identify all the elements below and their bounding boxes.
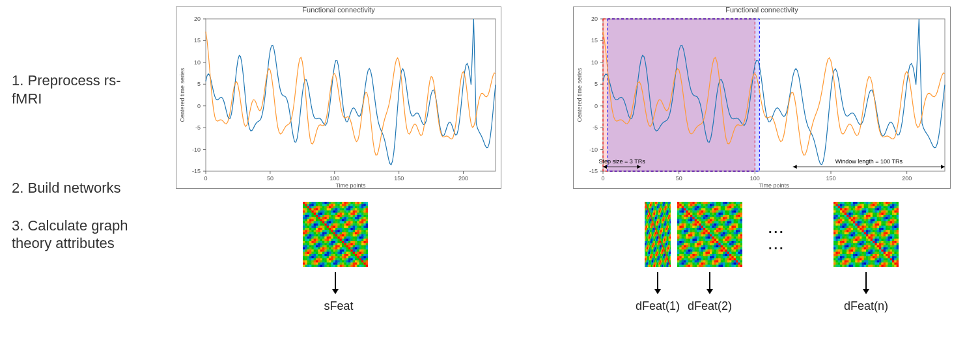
svg-rect-2560: [682, 252, 684, 255]
svg-rect-2480: [703, 245, 706, 248]
svg-rect-2898: [855, 210, 858, 213]
svg-rect-3066: [894, 221, 897, 224]
svg-rect-3054: [868, 221, 871, 224]
svg-rect-3335: [892, 241, 895, 243]
dfeatn-label: dFeat(n): [840, 299, 892, 313]
svg-rect-491: [309, 232, 312, 235]
svg-rect-219: [305, 213, 307, 215]
svg-rect-288: [324, 217, 327, 219]
svg-rect-3512: [886, 254, 888, 256]
svg-rect-200: [329, 210, 331, 213]
svg-rect-3311: [840, 241, 843, 243]
svg-rect-3258: [855, 236, 858, 239]
svg-rect-1978: [721, 208, 723, 211]
svg-rect-938: [303, 265, 305, 267]
svg-rect-544: [359, 234, 362, 237]
svg-rect-2244: [712, 228, 714, 230]
svg-rect-3213: [888, 232, 890, 235]
svg-text:50: 50: [676, 175, 682, 182]
svg-rect-2332: [708, 234, 710, 237]
svg-rect-3045: [848, 221, 851, 224]
svg-rect-2017: [740, 210, 742, 213]
svg-rect-295: [340, 217, 343, 219]
svg-rect-2193: [731, 223, 734, 226]
svg-rect-2829: [835, 206, 838, 209]
svg-rect-2685: [692, 260, 695, 263]
svg-rect-3577: [897, 258, 899, 261]
svg-rect-3154: [890, 228, 893, 230]
svg-rect-2653: [688, 258, 691, 261]
svg-rect-470: [329, 230, 331, 232]
svg-rect-3501: [861, 254, 864, 256]
svg-rect-3097: [897, 223, 899, 226]
svg-rect-2789: [879, 202, 882, 204]
svg-rect-2334: [712, 234, 714, 237]
svg-rect-3565: [871, 258, 873, 261]
svg-rect-2323: [688, 234, 691, 237]
svg-rect-3589: [858, 260, 860, 263]
svg-rect-3441: [861, 249, 864, 252]
svg-rect-2168: [677, 223, 680, 226]
svg-rect-2873: [866, 208, 869, 211]
svg-rect-657: [344, 243, 346, 245]
svg-rect-3069: [835, 223, 838, 226]
svg-rect-2130: [725, 219, 727, 222]
svg-rect-559: [327, 236, 329, 239]
svg-rect-81: [331, 202, 333, 204]
svg-rect-672: [311, 245, 314, 248]
svg-rect-3283: [845, 239, 847, 241]
svg-rect-221: [309, 213, 312, 215]
svg-rect-3344: [847, 243, 849, 245]
svg-rect-661: [353, 243, 356, 245]
svg-rect-2972: [886, 215, 888, 217]
svg-rect-933: [357, 262, 359, 265]
svg-rect-3284: [847, 239, 849, 241]
svg-rect-3584: [847, 260, 849, 263]
svg-rect-685: [340, 245, 343, 248]
svg-rect-2666: [716, 258, 719, 261]
svg-rect-668: [303, 245, 305, 248]
svg-rect-3418: [877, 247, 880, 250]
svg-rect-721: [353, 247, 356, 250]
svg-rect-162: [311, 208, 314, 211]
svg-rect-1899: [679, 204, 682, 206]
svg-rect-411: [331, 226, 333, 228]
svg-rect-3008: [833, 219, 836, 222]
svg-rect-118: [346, 204, 349, 206]
svg-rect-406: [320, 226, 323, 228]
svg-rect-2460: [725, 243, 727, 245]
svg-rect-2112: [686, 219, 688, 222]
svg-rect-2787: [875, 202, 877, 204]
svg-rect-706: [320, 247, 323, 250]
svg-rect-1956: [738, 206, 740, 209]
svg-rect-307: [366, 217, 368, 219]
svg-rect-432: [311, 228, 314, 230]
svg-rect-918: [324, 262, 327, 265]
svg-rect-3362: [886, 243, 888, 245]
svg-rect-2032: [708, 213, 710, 215]
svg-rect-2788: [877, 202, 880, 204]
svg-rect-946: [320, 265, 323, 267]
svg-rect-2061: [705, 215, 708, 217]
svg-rect-73: [314, 202, 316, 204]
svg-rect-2150: [703, 221, 706, 224]
svg-rect-371: [309, 223, 312, 226]
svg-rect-3129: [835, 228, 838, 230]
svg-rect-2984: [847, 217, 849, 219]
svg-rect-3041: [840, 221, 843, 224]
svg-rect-450: [350, 228, 353, 230]
svg-rect-2403: [731, 239, 734, 241]
svg-rect-864: [337, 258, 340, 261]
svg-rect-2822: [886, 204, 888, 206]
svg-rect-212: [355, 210, 357, 213]
arrow-dn: [865, 272, 867, 290]
svg-rect-3025: [871, 219, 873, 222]
svg-rect-421: [353, 226, 356, 228]
svg-rect-2357: [697, 236, 699, 239]
svg-rect-782: [355, 252, 357, 255]
svg-rect-321: [331, 219, 333, 222]
svg-rect-459: [305, 230, 307, 232]
svg-rect-710: [329, 247, 331, 250]
svg-rect-2428: [721, 241, 723, 243]
svg-rect-2811: [861, 204, 864, 206]
